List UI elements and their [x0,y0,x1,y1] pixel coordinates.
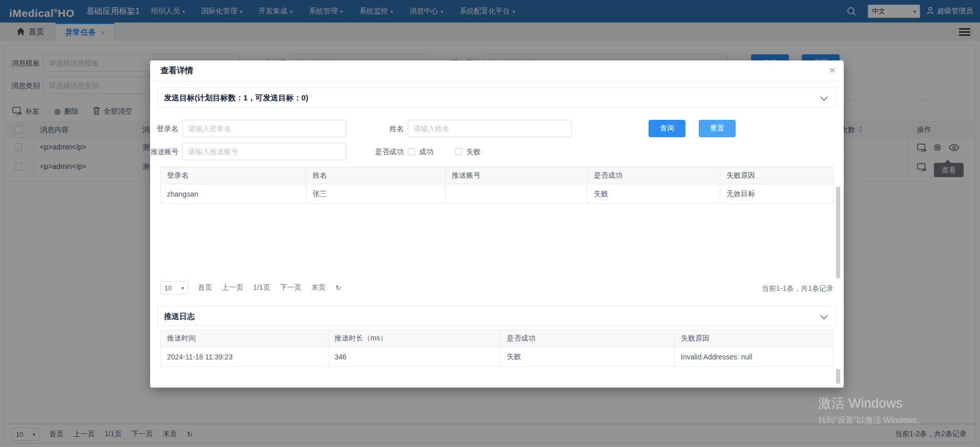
last-page-button[interactable]: 末页 [311,283,325,292]
account-label: 推送账号 [150,143,178,160]
record-summary: 当前1-1条，共1条记录 [683,284,833,293]
target-table-row[interactable]: zhangsan 张三 失败 无效目标 [160,184,833,204]
prev-page-button[interactable]: 上一页 [222,283,243,292]
name-input[interactable] [408,120,572,137]
success-option-label: 成功 [419,143,433,160]
fail-checkbox[interactable] [455,148,462,155]
account-input[interactable] [182,143,346,160]
target-table-header: 登录名 姓名 推送账号 是否成功 失败原因 [160,167,833,184]
scrollbar-thumb[interactable] [836,369,840,384]
page-indicator: 1/1页 [253,283,270,292]
divider [150,81,844,81]
scrollbar-thumb[interactable] [836,186,840,279]
log-table-row[interactable]: 2024-11-18 11:39:23 346 失败 Invalid Addre… [160,347,833,367]
login-label: 登录名 [150,120,178,137]
target-section-header[interactable]: 发送目标(计划目标数：1，可发送目标：0) [157,87,837,108]
log-table-header: 推送时间 推送时长（ms） 是否成功 失败原因 [160,330,833,347]
modal-title: 查看详情 [160,60,193,81]
log-section-header[interactable]: 推送日志 [157,306,837,326]
fail-option-label: 失败 [466,143,481,160]
chevron-down-icon[interactable] [820,93,828,101]
name-label: 姓名 [365,120,404,137]
row-divider [160,386,833,387]
refresh-icon[interactable]: ↻ [335,284,341,292]
next-page-button[interactable]: 下一页 [280,283,301,292]
chevron-down-icon[interactable] [820,312,828,320]
close-icon[interactable]: × [826,64,839,76]
screen: iMedical®HO 基础应用框架1 组织人员▾ 国际化管理▾ 开发集成▾ 系… [0,0,980,447]
search-button[interactable]: 查询 [649,120,685,137]
first-page-button[interactable]: 首页 [198,283,212,292]
page-size-select[interactable]: 10 ▾ [160,281,188,294]
success-filter-label: 是否成功 [365,143,404,160]
reset-button[interactable]: 重置 [699,120,736,137]
chevron-down-icon: ▾ [181,285,184,291]
success-checkbox[interactable] [408,148,415,155]
target-pagination: 10 ▾ 首页 上一页 1/1页 下一页 末页 ↻ [160,281,341,295]
view-details-modal: 查看详情 × 发送目标(计划目标数：1，可发送目标：0) 登录名 姓名 查询 重… [150,60,844,388]
login-input[interactable] [182,120,346,137]
